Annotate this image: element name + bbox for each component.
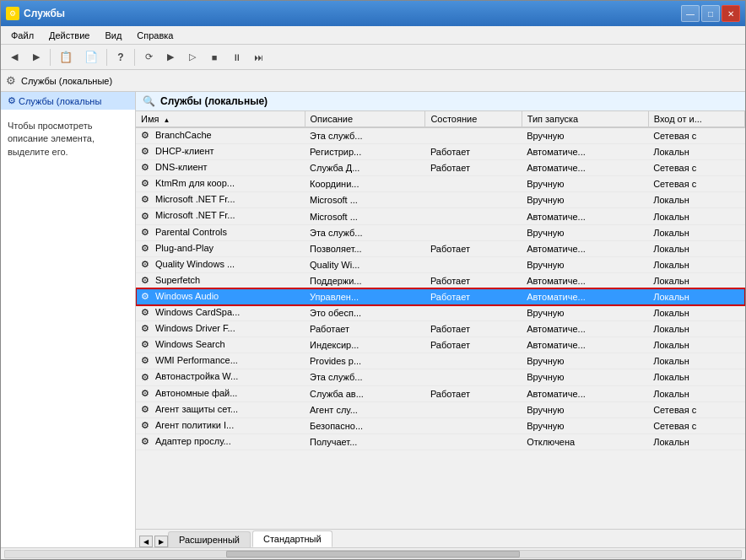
service-status <box>425 433 522 450</box>
window-icon: ⚙ <box>6 7 19 20</box>
service-login: Локальн <box>648 272 744 288</box>
menu-view[interactable]: Вид <box>98 29 128 42</box>
table-row[interactable]: ⚙Адаптер прослу...Получает...ОтключенаЛо… <box>136 433 745 450</box>
service-startup: Вручную <box>522 401 648 417</box>
refresh-button[interactable]: ⟳ <box>138 48 159 67</box>
table-row[interactable]: ⚙Windows SearchИндексир...РаботаетАвтома… <box>136 337 745 353</box>
services-table-container[interactable]: Имя ▲ Описание Состояние Тип запуска Вхо… <box>136 111 745 529</box>
service-startup: Вручную <box>522 369 648 385</box>
col-startup[interactable]: Тип запуска <box>522 111 648 127</box>
service-status: Работает <box>425 337 522 353</box>
service-status: Работает <box>425 240 522 256</box>
col-description[interactable]: Описание <box>305 111 425 127</box>
panel-header-text: Службы (локальные) <box>160 95 268 107</box>
tab-bar: ◀ ▶ Расширенный Стандартный <box>136 529 745 547</box>
table-row[interactable]: ⚙Quality Windows ...Quality Wi...Вручную… <box>136 256 745 272</box>
service-description: Microsoft ... <box>305 208 425 224</box>
service-icon: ⚙ <box>141 259 153 271</box>
service-startup: Автоматиче... <box>522 240 648 256</box>
service-status <box>425 127 522 144</box>
table-row[interactable]: ⚙Windows AudioУправлен...РаботаетАвтомат… <box>136 288 745 304</box>
tree-icon: ⚙ <box>8 95 16 106</box>
service-startup: Автоматиче... <box>522 160 648 176</box>
service-description: Microsoft ... <box>305 192 425 208</box>
scroll-thumb[interactable] <box>226 551 521 557</box>
pause-button[interactable]: ⏸ <box>226 48 246 67</box>
service-icon: ⚙ <box>141 162 153 174</box>
table-row[interactable]: ⚙Автономные фай...Служба ав...РаботаетАв… <box>136 385 745 401</box>
service-icon: ⚙ <box>141 420 153 432</box>
table-row[interactable]: ⚙Автонастройка W...Эта служб...ВручнуюЛо… <box>136 369 745 385</box>
service-login: Локальн <box>648 256 744 272</box>
service-login: Локальн <box>648 337 744 353</box>
tab-standard[interactable]: Стандартный <box>252 530 332 547</box>
col-login[interactable]: Вход от и... <box>648 111 744 127</box>
maximize-button[interactable]: □ <box>701 5 720 22</box>
table-row[interactable]: ⚙Windows Driver F...РаботаетРаботаетАвто… <box>136 321 745 337</box>
service-description: Получает... <box>305 433 425 450</box>
export-button[interactable]: 📄 <box>79 48 103 67</box>
close-button[interactable]: ✕ <box>722 5 740 22</box>
right-panel: 🔍 Службы (локальные) Имя ▲ Описание Сост… <box>136 92 745 547</box>
service-name: WMI Performance... <box>155 355 238 365</box>
service-login: Локальн <box>648 208 744 224</box>
tab-scroll-right[interactable]: ▶ <box>154 536 168 547</box>
address-text: Службы (локальные) <box>21 76 112 86</box>
restart-button[interactable]: ⏭ <box>248 48 268 67</box>
menu-file[interactable]: Файл <box>4 29 41 42</box>
minimize-button[interactable]: — <box>681 5 700 22</box>
table-row[interactable]: ⚙Агент защиты сет...Агент слу...ВручнуюС… <box>136 401 745 417</box>
table-row[interactable]: ⚙DNS-клиентСлужба Д...РаботаетАвтоматиче… <box>136 160 745 176</box>
table-row[interactable]: ⚙Агент политики I...Безопасно...ВручнуюС… <box>136 417 745 433</box>
table-row[interactable]: ⚙WMI Performance...Provides p...ВручнуюЛ… <box>136 353 745 369</box>
properties-button[interactable]: 📋 <box>54 48 78 67</box>
service-startup: Вручную <box>522 305 648 321</box>
service-icon: ⚙ <box>141 275 153 287</box>
sidebar-description: Чтобы просмотреть описание элемента, выд… <box>1 113 135 165</box>
service-description: Поддержи... <box>305 272 425 288</box>
table-row[interactable]: ⚙KtmRm для коор...Координи...ВручнуюСете… <box>136 176 745 192</box>
services-table: Имя ▲ Описание Состояние Тип запуска Вхо… <box>136 111 745 450</box>
sidebar-tree-item[interactable]: ⚙ Службы (локальны <box>1 92 135 110</box>
service-icon: ⚙ <box>141 227 153 239</box>
service-status: Работает <box>425 385 522 401</box>
table-row[interactable]: ⚙BranchCacheЭта служб...ВручнуюСетевая с <box>136 127 745 144</box>
col-name[interactable]: Имя ▲ <box>136 111 305 127</box>
service-status <box>425 353 522 369</box>
service-login: Сетевая с <box>648 176 744 192</box>
service-name: Windows CardSpa... <box>155 307 240 317</box>
service-startup: Автоматиче... <box>522 272 648 288</box>
back-button[interactable]: ◀ <box>4 48 24 67</box>
table-row[interactable]: ⚙DHCP-клиентРегистрир...РаботаетАвтомати… <box>136 144 745 160</box>
address-bar: ⚙ Службы (локальные) <box>1 70 745 92</box>
service-description: Позволяет... <box>305 240 425 256</box>
table-row[interactable]: ⚙Plug-and-PlayПозволяет...РаботаетАвтома… <box>136 240 745 256</box>
service-icon: ⚙ <box>141 372 153 384</box>
play-button[interactable]: ▶ <box>160 48 181 67</box>
service-startup: Отключена <box>522 433 648 450</box>
service-description: Это обесп... <box>305 305 425 321</box>
menu-action[interactable]: Действие <box>42 29 96 42</box>
col-status[interactable]: Состояние <box>425 111 522 127</box>
service-name: Windows Audio <box>155 291 219 301</box>
table-row[interactable]: ⚙SuperfetchПоддержи...РаботаетАвтоматиче… <box>136 272 745 288</box>
table-row[interactable]: ⚙Windows CardSpa...Это обесп...ВручнуюЛо… <box>136 305 745 321</box>
service-icon: ⚙ <box>141 194 153 206</box>
stop-button[interactable]: ■ <box>204 48 224 67</box>
menu-help[interactable]: Справка <box>130 29 180 42</box>
table-row[interactable]: ⚙Parental ControlsЭта служб...ВручнуюЛок… <box>136 224 745 240</box>
service-icon: ⚙ <box>141 243 153 255</box>
service-status: Работает <box>425 321 522 337</box>
table-row[interactable]: ⚙Microsoft .NET Fr...Microsoft ...Автома… <box>136 208 745 224</box>
service-description: Provides p... <box>305 353 425 369</box>
tab-scroll-left[interactable]: ◀ <box>139 536 153 547</box>
play2-button[interactable]: ▷ <box>182 48 203 67</box>
service-icon: ⚙ <box>141 130 153 142</box>
service-description: Эта служб... <box>305 127 425 144</box>
service-startup: Вручную <box>522 353 648 369</box>
tab-extended[interactable]: Расширенный <box>168 531 251 547</box>
service-status: Работает <box>425 160 522 176</box>
table-row[interactable]: ⚙Microsoft .NET Fr...Microsoft ...Вручну… <box>136 192 745 208</box>
forward-button[interactable]: ▶ <box>26 48 46 67</box>
help-button[interactable]: ? <box>111 48 131 67</box>
